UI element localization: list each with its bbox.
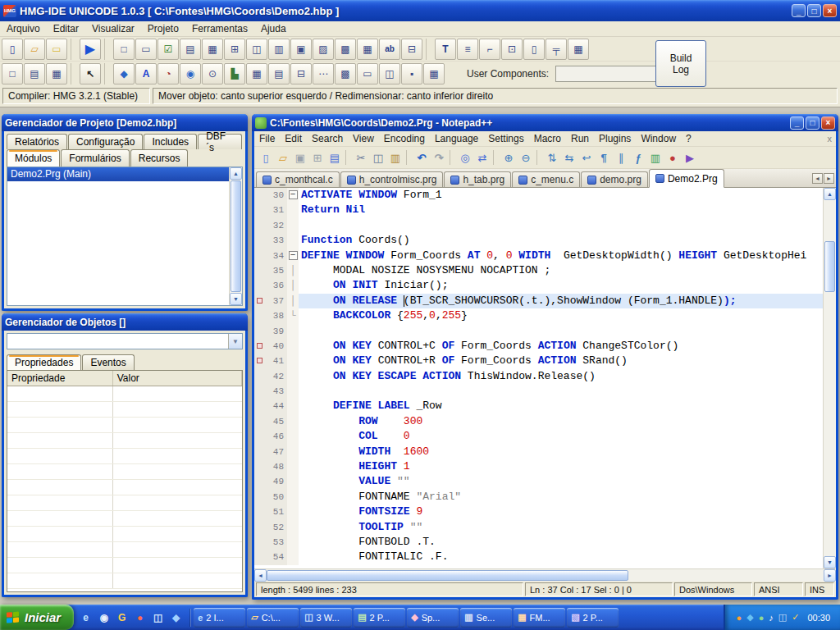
encoding-status[interactable]: ANSI (754, 582, 803, 596)
line-number[interactable]: 45 (264, 414, 287, 429)
radiogroup-control-icon[interactable]: ◉ (180, 63, 201, 84)
property-row[interactable] (7, 573, 242, 589)
toolbar-separator[interactable] (493, 150, 498, 165)
line-number[interactable]: 39 (264, 324, 287, 339)
bookmark-margin[interactable] (254, 535, 264, 550)
code-line[interactable]: 33Function Coords() (254, 233, 823, 248)
listbox-control-icon[interactable]: ▥ (268, 39, 290, 60)
header-control-icon[interactable]: ╤ (546, 39, 567, 60)
modules-scrollbar[interactable]: ▲ ▼ (229, 167, 242, 305)
taskbar-task-button[interactable]: ▦ FM... (514, 608, 565, 628)
code-text[interactable]: ROW 300 (299, 414, 823, 429)
taskbar-task-button[interactable]: ▱ C:\... (247, 608, 299, 628)
save-icon[interactable]: ▣ (292, 149, 308, 166)
notepadpp-minimize-button[interactable]: _ (790, 116, 804, 130)
code-text[interactable]: Function Coords() (299, 233, 823, 248)
search-quicklaunch-icon[interactable]: ◉ (97, 610, 111, 624)
scroll-thumb[interactable] (824, 241, 835, 292)
textbox-control-icon[interactable]: ab (379, 39, 400, 60)
bookmark-margin[interactable] (254, 504, 264, 519)
taskbar-task-button[interactable]: ▧ 2 P... (567, 608, 619, 628)
code-text[interactable]: WIDTH 1600 (299, 445, 823, 459)
code-text[interactable]: COL 0 (299, 429, 823, 444)
code-line[interactable]: 48 HEIGHT 1 (254, 459, 823, 474)
code-line[interactable]: 37 ON RELEASE (BT_SCR_SHOWCURSOR(.t.),Sh… (254, 294, 823, 308)
fold-margin[interactable] (287, 414, 299, 429)
run-icon[interactable]: ▶ (80, 39, 101, 60)
bookmark-margin[interactable] (254, 414, 264, 429)
code-line[interactable]: 30−ACTIVATE WINDOW Form_1 (254, 188, 823, 203)
scroll-up-icon[interactable]: ▲ (230, 167, 242, 180)
activex-control-icon[interactable]: ⊡ (501, 39, 523, 60)
line-number[interactable]: 40 (264, 339, 287, 354)
bookmark-margin[interactable] (254, 278, 264, 293)
updates-tray-icon[interactable]: ✓ (792, 612, 799, 623)
fold-collapse-icon[interactable]: − (289, 190, 298, 199)
tray-icon-3[interactable]: ● (759, 613, 765, 623)
code-line[interactable]: 54 FONTITALIC .F. (254, 550, 823, 564)
notepadpp-menu-item[interactable]: Settings (483, 133, 528, 144)
fold-margin[interactable] (287, 384, 299, 399)
google-quicklaunch-icon[interactable]: G (115, 610, 129, 624)
insert-mode-status[interactable]: INS (805, 582, 834, 596)
code-text[interactable]: DEFINE LABEL _Row (299, 399, 823, 413)
image-control-icon[interactable]: ▨ (313, 39, 334, 60)
bookmark-margin[interactable] (254, 249, 264, 263)
bookmark-margin[interactable] (254, 445, 264, 459)
property-row[interactable] (7, 495, 242, 511)
property-row[interactable] (7, 480, 242, 495)
line-number[interactable]: 38 (264, 308, 287, 323)
code-text[interactable]: DEFINE WINDOW Form_Coords AT 0, 0 WIDTH … (299, 249, 823, 263)
line-number[interactable]: 48 (264, 459, 287, 474)
line-number[interactable]: 31 (264, 203, 287, 217)
property-row[interactable] (7, 386, 242, 402)
find-icon[interactable]: ◎ (457, 149, 473, 166)
form-control-icon[interactable]: □ (113, 39, 135, 60)
menu-close-icon[interactable]: x (828, 134, 833, 144)
property-row[interactable] (7, 402, 242, 418)
project-tab[interactable]: Formulários (61, 149, 129, 167)
toolbar-separator[interactable] (450, 150, 454, 165)
network-tray-icon[interactable]: ◫ (778, 612, 787, 623)
code-text[interactable]: FONTBOLD .T. (299, 535, 823, 550)
toolbar-separator[interactable] (104, 39, 110, 60)
scroll-thumb[interactable] (231, 180, 241, 292)
bookmark-margin[interactable] (254, 399, 264, 413)
chevron-down-icon[interactable]: ▼ (228, 334, 242, 349)
toolbar-separator[interactable] (536, 150, 541, 165)
font-icon[interactable]: A (135, 63, 157, 84)
property-row[interactable] (7, 558, 242, 573)
editor-tab[interactable]: c_monthcal.c (256, 171, 340, 187)
save-all-icon[interactable]: ⊞ (309, 149, 326, 166)
property-row[interactable] (7, 418, 242, 433)
code-text[interactable]: ACTIVATE WINDOW Form_1 (299, 188, 823, 203)
slider-control-icon[interactable]: ⊟ (290, 63, 312, 84)
line-number[interactable]: 33 (264, 233, 287, 248)
fold-margin[interactable] (287, 278, 299, 293)
property-row[interactable] (7, 527, 242, 542)
cut-icon[interactable]: ✂ (353, 149, 369, 166)
line-number[interactable]: 54 (264, 550, 287, 564)
code-line[interactable]: 42 ON KEY ESCAPE ACTION ThisWindow.Relea… (254, 369, 823, 384)
ide-menu-item[interactable]: Projeto (141, 23, 185, 34)
fold-margin[interactable] (287, 369, 299, 384)
copy-icon[interactable]: ◫ (370, 149, 386, 166)
fold-margin[interactable] (287, 445, 299, 459)
function-list-icon[interactable]: ƒ (630, 149, 646, 166)
bookmark-margin[interactable] (254, 369, 264, 384)
code-line[interactable]: 41 ON KEY CONTROL+R OF Form_Coords ACTIO… (254, 354, 823, 368)
bookmark-margin[interactable] (254, 324, 264, 339)
firefox-quicklaunch-icon[interactable]: ● (133, 610, 147, 624)
macro-play-icon[interactable]: ▶ (682, 149, 698, 166)
line-number[interactable]: 52 (264, 520, 287, 535)
property-row[interactable] (7, 449, 242, 464)
code-line[interactable]: 34−DEFINE WINDOW Form_Coords AT 0, 0 WID… (254, 249, 823, 263)
notepadpp-menu-item[interactable]: Language (430, 133, 483, 144)
code-line[interactable]: 44 DEFINE LABEL _Row (254, 399, 823, 413)
line-number[interactable]: 43 (264, 384, 287, 399)
code-line[interactable]: 51 FONTSIZE 9 (254, 504, 823, 519)
report-icon[interactable]: ▤ (24, 63, 45, 84)
code-text[interactable]: HEIGHT 1 (299, 459, 823, 474)
statusbar-control-icon[interactable]: ≡ (457, 39, 478, 60)
code-text[interactable]: MODAL NOSIZE NOSYSMENU NOCAPTION ; (299, 263, 823, 278)
